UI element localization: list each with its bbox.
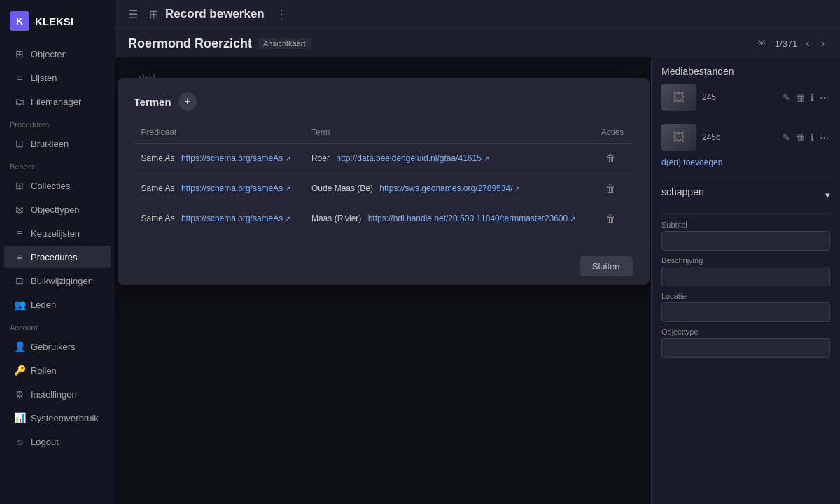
sluiten-button[interactable]: Sluiten xyxy=(580,256,633,276)
media-number: 245b xyxy=(702,132,776,142)
termen-table: Predicaat Term Acties Same As xyxy=(134,122,633,233)
procedures-section-label: Procedures xyxy=(0,113,115,132)
add-term-button[interactable]: + xyxy=(178,92,197,111)
beheer-section-label: Beheer xyxy=(0,155,115,174)
grid-icon: ⊞ xyxy=(14,48,25,59)
list-icon: ≡ xyxy=(14,72,25,83)
record-type-badge: Ansichtkaart xyxy=(258,38,312,49)
more-media-button[interactable]: ⋯ xyxy=(818,91,830,104)
predicaat-label: Same As xyxy=(141,214,175,223)
prev-record-button[interactable]: ‹ xyxy=(803,36,812,51)
predicaat-url: https://schema.org/sameAs xyxy=(181,214,283,223)
term-cell: Oude Maas (Be) https://sws.geonames.org/… xyxy=(304,174,594,204)
right-panel: Mediabestanden 🖼 245 ✎ 🗑 ℹ ⋯ 🖼 xyxy=(651,57,840,504)
sidebar-item-logout[interactable]: ⎋ Logout xyxy=(4,430,111,453)
record-header: Roermond Roerzicht Ansichtkaart 👁 1/371 … xyxy=(115,29,840,57)
sidebar-item-label: Collecties xyxy=(31,181,70,191)
objecttype-input[interactable] xyxy=(662,338,830,358)
next-record-button[interactable]: › xyxy=(818,36,827,51)
sidebar-item-label: Systeemverbruik xyxy=(31,413,99,424)
beschrijving-label: Beschrijving xyxy=(662,256,830,265)
sidebar-item-label: Lijsten xyxy=(31,73,57,83)
sidebar-item-bulkwijzigingen[interactable]: ⊡ Bulkwijzigingen xyxy=(4,270,111,292)
sidebar-item-instellingen[interactable]: ⚙ Instellingen xyxy=(4,383,111,405)
checkbox-icon: ⊠ xyxy=(14,204,25,215)
procedures-icon: ≡ xyxy=(14,251,25,262)
sidebar-item-systeemverbruik[interactable]: 📊 Systeemverbruik xyxy=(4,407,111,429)
record-name: Roermond Roerzicht xyxy=(128,36,252,51)
predicaat-cell: Same As https://schema.org/sameAs ↗ xyxy=(134,204,304,234)
external-link-icon: ↗ xyxy=(285,185,290,192)
sidebar-item-objecten[interactable]: ⊞ Objecten xyxy=(4,43,111,65)
eigenschappen-section: schappen ▾ xyxy=(662,182,830,214)
beschrijving-input[interactable] xyxy=(662,267,830,286)
term-url-link[interactable]: http://data.beeldengeluid.nl/gtaa/41615 … xyxy=(336,153,489,163)
sidebar-item-procedures[interactable]: ≡ Procedures xyxy=(4,246,111,268)
delete-term-button[interactable]: 🗑 xyxy=(601,211,620,226)
media-item: 🖼 245 ✎ 🗑 ℹ ⋯ xyxy=(662,84,830,111)
sidebar-item-gebruikers[interactable]: 👤 Gebruikers xyxy=(4,335,111,358)
record-counter: 1/371 xyxy=(775,38,798,49)
sidebar-item-label: Gebruikers xyxy=(31,342,76,352)
subtitel-field: Subtitel xyxy=(662,220,830,251)
predicaat-link[interactable]: https://schema.org/sameAs ↗ xyxy=(181,183,290,193)
modal-footer: Sluiten xyxy=(118,247,650,285)
media-actions: ✎ 🗑 ℹ ⋯ xyxy=(781,91,830,104)
chart-icon: 📊 xyxy=(14,412,25,424)
account-section-label: Account xyxy=(0,316,115,335)
sidebar-item-label: Instellingen xyxy=(31,389,77,400)
sidebar-item-filemanager[interactable]: 🗂 Filemanager xyxy=(4,90,111,113)
delete-media-button[interactable]: 🗑 xyxy=(794,91,806,104)
subtitel-input[interactable] xyxy=(662,231,830,251)
sidebar-item-leden[interactable]: 👥 Leden xyxy=(4,293,111,316)
app-logo: K KLEKSI xyxy=(0,0,115,42)
acties-cell: 🗑 xyxy=(594,144,633,174)
term-cell: Roer http://data.beeldengeluid.nl/gtaa/4… xyxy=(304,144,594,174)
chevron-down-icon: ▾ xyxy=(825,190,830,200)
sidebar-item-lijsten[interactable]: ≡ Lijsten xyxy=(4,66,111,89)
logo-text: KLEKSI xyxy=(35,15,74,27)
edit-media-button[interactable]: ✎ xyxy=(781,131,792,144)
modal-overlay: Termen + Predicaat Term Acties xyxy=(115,57,651,504)
media-section-title: Mediabestanden xyxy=(662,66,830,77)
page-title: Record bewerken xyxy=(165,7,265,21)
user-icon: 👤 xyxy=(14,341,25,352)
info-media-button[interactable]: ℹ xyxy=(809,131,816,144)
key-icon: 🔑 xyxy=(14,365,25,376)
sidebar-item-rollen[interactable]: 🔑 Rollen xyxy=(4,359,111,382)
sidebar-item-label: Objecten xyxy=(31,49,67,59)
sidebar-item-keuzelijsten[interactable]: ≡ Keuzelijsten xyxy=(4,222,111,244)
delete-media-button[interactable]: 🗑 xyxy=(794,131,806,144)
sidebar-item-collecties[interactable]: ⊞ Collecties xyxy=(4,174,111,197)
locatie-input[interactable] xyxy=(662,302,830,322)
info-media-button[interactable]: ℹ xyxy=(809,91,816,104)
sidebar-item-label: Rollen xyxy=(31,365,57,376)
sidebar-item-objecttypen[interactable]: ⊠ Objecttypen xyxy=(4,198,111,220)
sidebar-item-label: Logout xyxy=(31,437,59,447)
content-area: Titel ▾ Termen + Predi xyxy=(115,57,840,504)
termen-title: Termen xyxy=(134,96,172,108)
modal-content: Termen + Predicaat Term Acties xyxy=(118,78,650,247)
more-media-button[interactable]: ⋯ xyxy=(818,131,830,144)
sidebar-item-bruikleen[interactable]: ⊡ Bruikleen xyxy=(4,132,111,155)
gear-icon: ⚙ xyxy=(14,388,25,400)
more-options-icon[interactable]: ⋮ xyxy=(276,8,287,21)
term-url-link[interactable]: https://sws.geonames.org/2789534/ ↗ xyxy=(379,183,520,193)
record-title-area: Roermond Roerzicht Ansichtkaart xyxy=(128,36,312,51)
logo-icon: K xyxy=(10,11,29,31)
delete-term-button[interactable]: 🗑 xyxy=(601,181,620,196)
eigenschappen-header[interactable]: schappen ▾ xyxy=(662,182,830,207)
sidebar-item-label: Leden xyxy=(31,300,56,310)
term-url-link[interactable]: https://hdl.handle.net/20.500.11840/term… xyxy=(368,214,576,223)
hamburger-icon[interactable]: ☰ xyxy=(128,8,138,21)
delete-term-button[interactable]: 🗑 xyxy=(601,150,620,166)
predicaat-link[interactable]: https://schema.org/sameAs ↗ xyxy=(181,214,290,223)
term-name: Oude Maas (Be) xyxy=(312,183,373,193)
edit-media-button[interactable]: ✎ xyxy=(781,91,792,104)
predicaat-label: Same As xyxy=(141,183,175,193)
predicaat-url: https://schema.org/sameAs xyxy=(181,153,283,163)
predicaat-link[interactable]: https://schema.org/sameAs ↗ xyxy=(181,153,290,163)
right-bottom-fields: Subtitel Beschrijving Locatie Objecttype xyxy=(662,220,830,358)
add-media-button[interactable]: d(en) toevoegen xyxy=(662,158,830,167)
acties-column-header: Acties xyxy=(594,122,633,144)
